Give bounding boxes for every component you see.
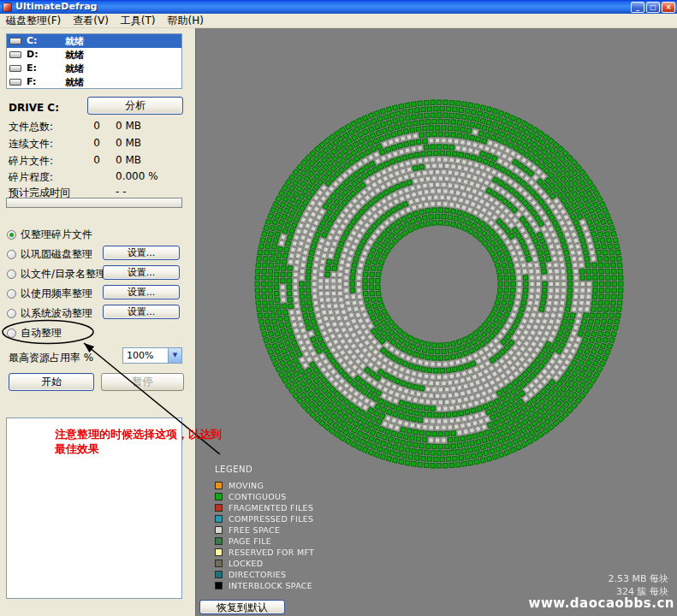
resource-usage-dropdown[interactable]: 100% ▼ — [122, 347, 182, 364]
menu-view[interactable]: 查看(V) — [67, 14, 115, 27]
option-label: 以文件/目录名整理 — [21, 267, 106, 281]
app-window: UltimateDefrag _ □ × 磁盘整理(F) 查看(V) 工具(T)… — [0, 0, 677, 616]
legend-label: MOVING — [229, 481, 264, 490]
drive-status: 就绪 — [65, 62, 84, 75]
stat-row-contiguous-files: 连续文件: 0 0 MB — [6, 137, 186, 150]
legend-item-contiguous: CONTIGUOUS — [215, 491, 314, 502]
menu-defrag[interactable]: 磁盘整理(F) — [0, 14, 67, 27]
option-label: 以巩固磁盘整理 — [21, 247, 92, 262]
option-consolidate[interactable]: 以巩固磁盘整理 — [7, 247, 92, 261]
title-bar[interactable]: UltimateDefrag _ □ × — [0, 0, 677, 14]
minimize-button[interactable]: _ — [631, 2, 644, 13]
fragmented-swatch-icon — [215, 504, 223, 512]
mft-swatch-icon — [215, 548, 223, 556]
option-system-volatility[interactable]: 以系统波动整理 — [7, 306, 92, 320]
menu-tools[interactable]: 工具(T) — [115, 14, 162, 27]
legend-item-page-file: PAGE FILE — [215, 536, 314, 547]
legend-title: LEGEND — [215, 465, 314, 474]
drive-status: 就绪 — [65, 35, 84, 48]
radio-icon[interactable] — [7, 250, 16, 259]
option-usage-frequency[interactable]: 以使用频率整理 — [7, 287, 92, 300]
maximize-button[interactable]: □ — [646, 2, 660, 13]
legend-item-fragmented: FRAGMENTED FILES — [215, 502, 314, 513]
stat-size: 0 MB — [116, 137, 141, 149]
drive-icon — [9, 51, 21, 58]
drive-row-d[interactable]: D: 就绪 — [7, 48, 181, 62]
settings-button-consolidate[interactable]: 设置... — [103, 246, 180, 260]
radio-icon[interactable] — [7, 270, 16, 279]
analyze-button[interactable]: 分析 — [87, 97, 183, 115]
legend-item-mft: RESERVED FOR MFT — [215, 547, 314, 558]
drive-status: 就绪 — [65, 49, 84, 62]
stat-label: 碎片程度: — [9, 170, 53, 185]
drive-status: 就绪 — [65, 76, 84, 89]
stat-label: 文件总数: — [9, 120, 53, 134]
progress-bar — [6, 198, 182, 208]
legend-label: COMPRESSED FILES — [229, 514, 313, 524]
annotation-text: 注意整理的时候选择这项，以达到 最佳效果 — [55, 427, 284, 456]
option-label: 自动整理 — [21, 326, 62, 341]
option-file-dir-name[interactable]: 以文件/目录名整理 — [7, 267, 106, 281]
app-icon — [3, 3, 12, 12]
disk-map-panel: LEGEND MOVING CONTIGUOUS FRAGMENTED FILE… — [195, 28, 677, 616]
drive-name: F: — [27, 76, 36, 87]
contiguous-swatch-icon — [215, 493, 223, 500]
locked-swatch-icon — [215, 560, 223, 567]
stat-row-eta: 预计完成时间 - - — [6, 186, 186, 198]
legend-label: PAGE FILE — [229, 536, 271, 546]
radio-icon[interactable] — [7, 309, 16, 318]
settings-button-frequency[interactable]: 设置... — [103, 285, 180, 299]
close-button[interactable]: × — [662, 2, 675, 13]
drive-icon — [9, 65, 21, 72]
stat-size: 0.000 % — [116, 170, 158, 182]
window-buttons: _ □ × — [631, 2, 675, 13]
legend-label: FRAGMENTED FILES — [229, 503, 313, 512]
legend-item-compressed: COMPRESSED FILES — [215, 513, 314, 524]
settings-button-file-dir[interactable]: 设置... — [103, 265, 180, 280]
legend-label: RESERVED FOR MFT — [229, 548, 314, 557]
stat-row-fragmented-files: 碎片文件: 0 0 MB — [6, 154, 186, 167]
interblock-swatch-icon — [215, 582, 223, 589]
stat-row-total-files: 文件总数: 0 0 MB — [6, 120, 186, 133]
drive-name: E: — [27, 62, 37, 74]
window-title: UltimateDefrag — [15, 1, 631, 13]
pause-button[interactable]: 暂停 — [101, 373, 184, 391]
drive-row-f[interactable]: F: 就绪 — [7, 75, 181, 89]
drive-title: DRIVE C: — [9, 102, 59, 114]
legend: LEGEND MOVING CONTIGUOUS FRAGMENTED FILE… — [215, 465, 314, 591]
menu-bar: 磁盘整理(F) 查看(V) 工具(T) 帮助(H) — [0, 14, 677, 28]
restore-default-button[interactable]: 恢复到默认 — [199, 600, 285, 614]
chevron-down-icon[interactable]: ▼ — [168, 348, 181, 363]
legend-item-interblock: INTERBLOCK SPACE — [215, 580, 314, 591]
page-file-swatch-icon — [215, 537, 223, 545]
block-size-info: 2.53 MB 每块 — [608, 572, 668, 585]
radio-icon[interactable] — [7, 230, 16, 240]
stat-count: 0 — [70, 137, 100, 149]
legend-item-directories: DIRECTORIES — [215, 569, 314, 580]
free-space-swatch-icon — [215, 526, 223, 534]
legend-label: FREE SPACE — [229, 525, 280, 535]
option-label: 仅整理碎片文件 — [21, 228, 92, 242]
option-label: 以系统波动整理 — [21, 306, 92, 321]
start-button[interactable]: 开始 — [9, 373, 94, 391]
stat-label: 连续文件: — [9, 137, 53, 151]
stat-count: 0 — [70, 120, 100, 132]
drive-row-c[interactable]: C: 就绪 — [7, 34, 181, 48]
drive-list[interactable]: C: 就绪 D: 就绪 E: 就绪 F: 就绪 — [6, 33, 182, 89]
radio-icon[interactable] — [7, 329, 16, 338]
legend-label: LOCKED — [229, 559, 263, 568]
option-fragmented-only[interactable]: 仅整理碎片文件 — [7, 228, 92, 241]
dropdown-value: 100% — [123, 348, 168, 363]
stat-size: 0 MB — [116, 154, 141, 166]
drive-row-e[interactable]: E: 就绪 — [7, 62, 181, 75]
legend-item-locked: LOCKED — [215, 558, 314, 569]
moving-swatch-icon — [215, 482, 223, 489]
radio-icon[interactable] — [7, 289, 16, 299]
menu-help[interactable]: 帮助(H) — [162, 14, 210, 27]
option-auto-defrag[interactable]: 自动整理 — [7, 326, 62, 340]
option-label: 以使用频率整理 — [21, 287, 92, 301]
drive-icon — [9, 79, 21, 86]
drive-name: C: — [27, 35, 37, 46]
left-panel: C: 就绪 D: 就绪 E: 就绪 F: 就绪 DRIVE C: 分析 文件总数… — [0, 28, 195, 616]
settings-button-volatility[interactable]: 设置... — [103, 305, 180, 319]
